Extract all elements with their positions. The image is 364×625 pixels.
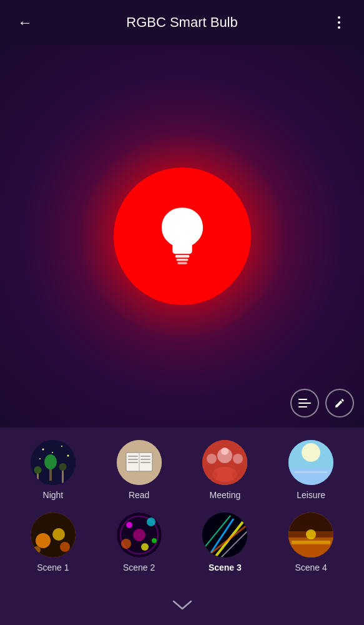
scenes-row-1: Night Read Meeting Leisure (10, 440, 354, 500)
scene-4-icon (288, 512, 333, 558)
app-container: ← RGBC Smart Bulb (0, 0, 364, 625)
back-button[interactable]: ← (12, 10, 37, 35)
header: ← RGBC Smart Bulb (0, 0, 364, 45)
scene-3-label: Scene 3 (209, 562, 242, 572)
scene-4-label: Scene 4 (295, 562, 327, 572)
scene-leisure-label: Leisure (297, 490, 325, 500)
scene-meeting-icon (202, 440, 247, 485)
scene-1-icon (31, 512, 76, 558)
chevron-down-icon (171, 599, 194, 611)
scene-item-3[interactable]: Scene 3 (194, 512, 256, 572)
scene-2-icon (117, 512, 162, 558)
scene-read-label: Read (129, 490, 149, 500)
scene-read-icon (117, 440, 162, 485)
three-dots-icon[interactable] (338, 16, 340, 29)
scene-item-night[interactable]: Night (22, 440, 84, 500)
scene-night-label: Night (43, 490, 64, 500)
bulb-icon (154, 205, 210, 268)
scene-item-meeting[interactable]: Meeting (194, 440, 256, 500)
action-buttons-group (290, 389, 354, 418)
scene-leisure-icon (288, 440, 333, 485)
lines-icon (298, 399, 311, 408)
light-display-area (0, 45, 364, 428)
svg-rect-1 (176, 259, 188, 261)
scenes-area: Night Read Meeting Leisure Scene 1 (0, 428, 364, 591)
scene-1-label: Scene 1 (37, 562, 69, 572)
scenes-list-button[interactable] (290, 389, 319, 418)
light-circle-button[interactable] (114, 168, 251, 305)
svg-rect-0 (175, 255, 189, 258)
bottom-handle (0, 591, 364, 625)
scene-item-4[interactable]: Scene 4 (280, 512, 342, 572)
scene-2-label: Scene 2 (123, 562, 155, 572)
scenes-row-2: Scene 1 Scene 2 Scene 3 Scene 4 (10, 512, 354, 572)
scene-3-icon (202, 512, 247, 558)
pencil-icon (334, 398, 345, 409)
scene-item-read[interactable]: Read (108, 440, 170, 500)
scene-night-icon (31, 440, 76, 485)
page-title: RGBC Smart Bulb (37, 14, 327, 31)
svg-rect-2 (177, 262, 187, 264)
scene-item-2[interactable]: Scene 2 (108, 512, 170, 572)
scene-item-leisure[interactable]: Leisure (280, 440, 342, 500)
edit-button[interactable] (325, 389, 354, 418)
chevron-down-button[interactable] (171, 598, 194, 615)
scene-item-1[interactable]: Scene 1 (22, 512, 84, 572)
menu-button[interactable] (327, 10, 352, 35)
scene-meeting-label: Meeting (209, 490, 240, 500)
